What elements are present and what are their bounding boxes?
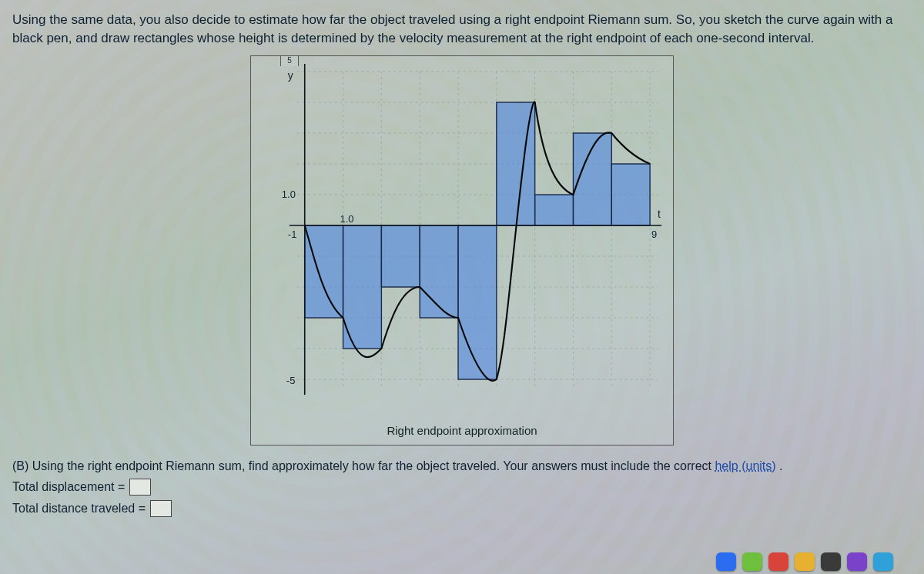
x-right-tick: 9 (651, 229, 657, 240)
chart-plot: y 1.0 -1 -5 1.0 9 t (251, 56, 673, 418)
help-units-link[interactable]: help (units) (715, 459, 775, 472)
intro-text: Using the same data, you also decide to … (12, 11, 912, 48)
svg-rect-20 (305, 225, 343, 318)
chart-frame: 5 (250, 55, 674, 446)
dock-hint (708, 551, 901, 574)
y-axis-label: y (288, 69, 293, 82)
total-distance-input[interactable] (150, 500, 172, 517)
y-tick-1: 1.0 (282, 189, 296, 200)
question-prompt: (B) Using the right endpoint Riemann sum… (12, 459, 715, 472)
x-axis-label: t (658, 208, 661, 220)
svg-rect-22 (381, 225, 420, 287)
total-displacement-label: Total displacement = (12, 477, 125, 497)
svg-rect-24 (458, 225, 497, 379)
question-prompt-suffix: . (779, 459, 782, 472)
svg-rect-26 (535, 195, 574, 225)
neg-one-tick: -1 (288, 229, 297, 240)
total-distance-label: Total distance traveled = (12, 499, 146, 519)
svg-rect-21 (343, 225, 382, 349)
x-origin-tick: 1.0 (340, 213, 354, 225)
total-displacement-input[interactable] (129, 479, 151, 496)
svg-rect-23 (420, 225, 458, 318)
y-tick-neg5: -5 (286, 375, 296, 386)
svg-rect-28 (611, 164, 650, 225)
chart-caption: Right endpoint approximation (251, 418, 673, 445)
question-block: (B) Using the right endpoint Riemann sum… (12, 456, 912, 519)
